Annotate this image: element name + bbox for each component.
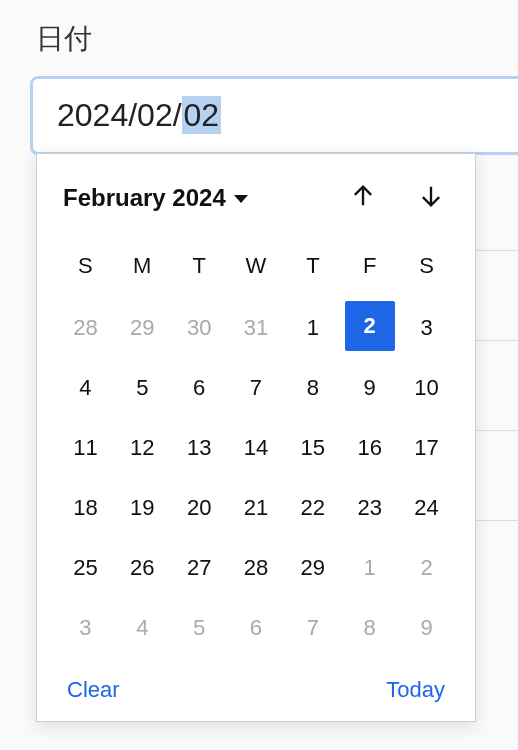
calendar-day[interactable]: 9 bbox=[398, 601, 455, 655]
calendar-day[interactable]: 4 bbox=[114, 601, 171, 655]
calendar-day[interactable]: 24 bbox=[398, 481, 455, 535]
calendar-day[interactable]: 13 bbox=[171, 421, 228, 475]
calendar-day[interactable]: 1 bbox=[341, 541, 398, 595]
calendar-day[interactable]: 5 bbox=[114, 361, 171, 415]
calendar-day[interactable]: 4 bbox=[57, 361, 114, 415]
calendar-day[interactable]: 2 bbox=[398, 541, 455, 595]
calendar-day[interactable]: 6 bbox=[171, 361, 228, 415]
calendar-day[interactable]: 16 bbox=[341, 421, 398, 475]
month-nav bbox=[345, 178, 449, 217]
date-value-prefix: 2024/02/ bbox=[57, 97, 182, 133]
calendar-day[interactable]: 30 bbox=[171, 301, 228, 355]
calendar-day[interactable]: 27 bbox=[171, 541, 228, 595]
calendar-day[interactable]: 11 bbox=[57, 421, 114, 475]
weekday-header: S bbox=[398, 243, 455, 295]
weekday-header: F bbox=[341, 243, 398, 295]
arrow-down-icon bbox=[417, 182, 445, 210]
calendar-day[interactable]: 5 bbox=[171, 601, 228, 655]
datepicker-footer: Clear Today bbox=[57, 677, 455, 703]
calendar-day[interactable]: 9 bbox=[341, 361, 398, 415]
calendar-day[interactable]: 15 bbox=[284, 421, 341, 475]
calendar-day[interactable]: 22 bbox=[284, 481, 341, 535]
calendar-day[interactable]: 14 bbox=[228, 421, 285, 475]
datepicker-header: February 2024 bbox=[57, 178, 455, 217]
calendar-day[interactable]: 20 bbox=[171, 481, 228, 535]
calendar-day[interactable]: 8 bbox=[341, 601, 398, 655]
weekday-header: S bbox=[57, 243, 114, 295]
weekday-header: T bbox=[171, 243, 228, 295]
calendar-day[interactable]: 7 bbox=[228, 361, 285, 415]
date-value-day-selected: 02 bbox=[182, 96, 222, 134]
calendar-day[interactable]: 31 bbox=[228, 301, 285, 355]
calendar-day[interactable]: 29 bbox=[114, 301, 171, 355]
month-label: February 2024 bbox=[63, 184, 226, 212]
calendar-day[interactable]: 12 bbox=[114, 421, 171, 475]
calendar-day[interactable]: 7 bbox=[284, 601, 341, 655]
clear-button[interactable]: Clear bbox=[67, 677, 120, 703]
today-button[interactable]: Today bbox=[386, 677, 445, 703]
date-input[interactable]: 2024/02/02 bbox=[30, 76, 518, 155]
calendar-day[interactable]: 6 bbox=[228, 601, 285, 655]
field-label: 日付 bbox=[30, 20, 518, 58]
calendar-day[interactable]: 28 bbox=[57, 301, 114, 355]
prev-month-button[interactable] bbox=[345, 178, 381, 217]
arrow-up-icon bbox=[349, 182, 377, 210]
calendar-day[interactable]: 3 bbox=[398, 301, 455, 355]
datepicker-popup: February 2024 SMTWTFS2829303112345678910… bbox=[36, 153, 476, 722]
calendar-day[interactable]: 8 bbox=[284, 361, 341, 415]
calendar-day[interactable]: 1 bbox=[284, 301, 341, 355]
calendar-day[interactable]: 26 bbox=[114, 541, 171, 595]
weekday-header: W bbox=[228, 243, 285, 295]
weekday-header: M bbox=[114, 243, 171, 295]
calendar-day[interactable]: 25 bbox=[57, 541, 114, 595]
calendar-day[interactable]: 19 bbox=[114, 481, 171, 535]
calendar-day[interactable]: 23 bbox=[341, 481, 398, 535]
calendar-day[interactable]: 28 bbox=[228, 541, 285, 595]
calendar-grid: SMTWTFS282930311234567891011121314151617… bbox=[57, 243, 455, 655]
calendar-day[interactable]: 21 bbox=[228, 481, 285, 535]
calendar-day-selected[interactable]: 2 bbox=[345, 301, 395, 351]
calendar-day[interactable]: 18 bbox=[57, 481, 114, 535]
caret-down-icon bbox=[234, 195, 248, 203]
next-month-button[interactable] bbox=[413, 178, 449, 217]
month-select[interactable]: February 2024 bbox=[63, 184, 248, 212]
calendar-day[interactable]: 29 bbox=[284, 541, 341, 595]
calendar-day[interactable]: 10 bbox=[398, 361, 455, 415]
weekday-header: T bbox=[284, 243, 341, 295]
calendar-day[interactable]: 17 bbox=[398, 421, 455, 475]
calendar-day[interactable]: 3 bbox=[57, 601, 114, 655]
